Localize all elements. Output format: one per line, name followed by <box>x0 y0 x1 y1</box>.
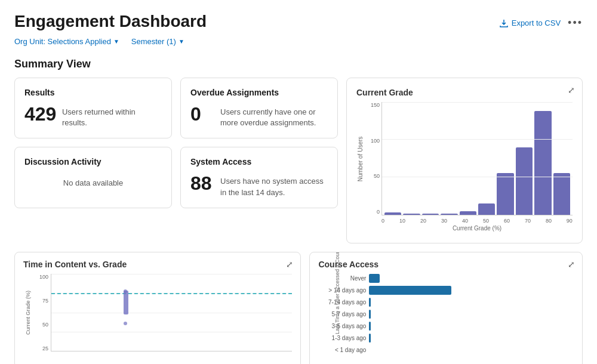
more-options-button[interactable]: ••• <box>568 17 583 29</box>
access-row-label: 7-14 days ago <box>315 299 366 306</box>
grade-bar <box>516 147 533 215</box>
access-bar <box>369 274 380 283</box>
time-grade-title: Time in Content vs. Grade <box>23 260 292 269</box>
grade-bar <box>553 173 570 215</box>
system-access-description: Users have no system access in the last … <box>220 172 328 198</box>
scatter-cluster <box>124 291 128 314</box>
access-bar <box>369 322 371 331</box>
grade-bar <box>384 212 401 215</box>
time-grade-expand-icon[interactable]: ⤢ <box>286 260 293 269</box>
course-access-expand-icon[interactable]: ⤢ <box>568 260 575 269</box>
grade-bar <box>478 203 495 215</box>
access-bar <box>369 334 371 343</box>
export-csv-button[interactable]: Export to CSV <box>499 18 561 28</box>
filters-bar: Org Unit: Selections Applied ▼ Semester … <box>14 37 583 46</box>
course-access-card: ⤢ Course Access Never> 14 days ago7-14 d… <box>309 252 583 364</box>
x-label: 0 <box>381 218 384 224</box>
access-row-label: 1-3 days ago <box>315 335 366 341</box>
x-label: 10 <box>399 218 405 224</box>
grade-bar <box>441 214 457 215</box>
system-access-number: 88 <box>190 172 214 195</box>
org-unit-filter[interactable]: Org Unit: Selections Applied ▼ <box>14 37 119 46</box>
grade-x-axis-label: Current Grade (%) <box>381 225 573 232</box>
access-row: 1-3 days ago <box>369 334 574 343</box>
scatter-y-label: Current Grade (%) <box>25 291 31 335</box>
access-row-label: Never <box>315 275 366 282</box>
bottom-grid: ⤢ Time in Content vs. Grade Current Grad… <box>14 252 583 364</box>
x-label: 20 <box>420 218 426 224</box>
grade-chart-expand-icon[interactable]: ⤢ <box>568 85 575 95</box>
results-description: Users returned within results. <box>62 103 162 128</box>
access-row-label: 3-5 days ago <box>315 323 366 329</box>
x-label: 30 <box>441 218 447 224</box>
y-label-50: 50 <box>361 173 380 179</box>
grade-chart-title: Current Grade <box>356 88 573 97</box>
header-actions: Export to CSV ••• <box>499 17 583 29</box>
y-label-100: 100 <box>361 138 380 144</box>
access-row: 7-14 days ago <box>369 298 574 307</box>
discussion-title: Discussion Activity <box>24 157 162 166</box>
scatter-y-100: 100 <box>33 274 48 280</box>
access-row-label: > 14 days ago <box>315 287 366 294</box>
dashed-reference-line <box>51 293 292 294</box>
semester-filter[interactable]: Semester (1) ▼ <box>131 37 184 46</box>
discussion-no-data: No data available <box>24 178 162 187</box>
results-card: Results 429 Users returned within result… <box>14 78 172 138</box>
overdue-description: Users currently have one or more overdue… <box>220 103 328 128</box>
access-bar <box>369 298 371 307</box>
grade-bar <box>534 111 551 215</box>
x-label: 70 <box>525 218 531 224</box>
results-number: 429 <box>24 103 56 125</box>
x-label: 50 <box>483 218 489 224</box>
course-access-title: Course Access <box>318 260 574 269</box>
summary-section-title: Summary View <box>14 58 583 70</box>
org-unit-arrow-icon: ▼ <box>113 38 119 45</box>
discussion-card: Discussion Activity No data available <box>14 147 172 208</box>
system-access-title: System Access <box>190 157 328 166</box>
grade-bar <box>422 214 439 215</box>
overdue-card: Overdue Assignments 0 Users currently ha… <box>180 78 338 138</box>
semester-arrow-icon: ▼ <box>179 38 184 45</box>
access-row: < 1 day ago <box>369 346 574 354</box>
x-label: 60 <box>504 218 510 224</box>
grade-chart-card: ⤢ Current Grade Number of Users 150 100 … <box>346 78 583 243</box>
overdue-title: Overdue Assignments <box>190 88 328 97</box>
time-grade-card: ⤢ Time in Content vs. Grade Current Grad… <box>14 252 301 364</box>
y-label-0: 0 <box>361 209 380 215</box>
scatter-dot-2 <box>124 322 127 325</box>
export-label: Export to CSV <box>512 18 561 27</box>
scatter-y-25: 25 <box>33 346 48 351</box>
grade-bar <box>460 211 476 215</box>
grade-bar <box>497 173 513 215</box>
access-row-label: < 1 day ago <box>315 347 366 353</box>
access-row: Never <box>369 274 574 283</box>
x-label: 80 <box>546 218 552 224</box>
access-y-axis-label: Last Time a User Accessed a Course <box>334 286 340 334</box>
page-title: Engagement Dashboard <box>14 12 207 31</box>
scatter-y-75: 75 <box>33 298 48 304</box>
results-title: Results <box>24 88 162 97</box>
access-row-label: 5-7 days ago <box>315 311 366 317</box>
system-access-card: System Access 88 Users have no system ac… <box>180 147 338 208</box>
access-bar <box>369 286 451 295</box>
access-row: 5-7 days ago <box>369 310 574 319</box>
access-row: 3-5 days ago <box>369 322 574 331</box>
x-label: 40 <box>462 218 468 224</box>
scatter-y-50: 50 <box>33 322 48 328</box>
access-row: > 14 days ago <box>369 286 574 295</box>
x-label: 90 <box>567 218 573 224</box>
y-label-150: 150 <box>361 102 380 108</box>
overdue-number: 0 <box>190 103 214 125</box>
grade-bar <box>403 214 420 215</box>
access-bar <box>369 310 371 319</box>
